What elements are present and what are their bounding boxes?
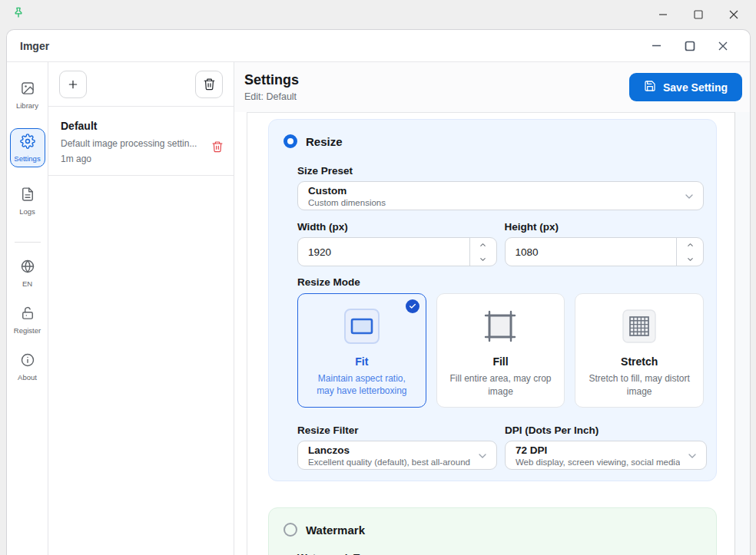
dpi-select[interactable]: 72 DPI Web display, screen viewing, soci… — [505, 441, 707, 470]
height-input[interactable] — [506, 238, 677, 266]
resize-filter-value: Lanczos — [308, 444, 470, 457]
sidebar-item-library[interactable]: Library — [10, 75, 45, 114]
page-title: Settings — [244, 72, 299, 88]
app-titlebar: Imger — [7, 30, 750, 62]
info-icon — [20, 352, 35, 371]
os-close-button[interactable] — [728, 9, 739, 20]
size-preset-description: Custom dimensions — [308, 198, 677, 208]
width-decrement-button[interactable] — [470, 252, 496, 266]
pin-icon — [11, 5, 26, 24]
settings-body: Resize Size Preset Custom Custom dimensi… — [234, 112, 750, 555]
mode-description: Maintain aspect ratio, may have letterbo… — [304, 372, 420, 398]
save-button-label: Save Setting — [663, 81, 728, 94]
watermark-type-label: Watermark Type — [297, 552, 704, 555]
delete-presets-button[interactable] — [195, 71, 223, 98]
sidebar-item-settings[interactable]: Settings — [10, 128, 45, 167]
mode-name: Fit — [304, 355, 420, 368]
mode-name: Stretch — [582, 355, 697, 368]
globe-icon — [20, 259, 35, 277]
width-stepper — [297, 237, 497, 266]
size-preset-label: Size Preset — [297, 165, 704, 177]
settings-main-panel: Settings Edit: Default Save Setting — [234, 62, 750, 555]
width-increment-button[interactable] — [470, 238, 496, 252]
sidebar-item-label: Settings — [14, 154, 40, 163]
sidebar-item-label: Logs — [19, 207, 35, 216]
desktop-frame: Imger Library Settings — [0, 0, 756, 555]
preset-description: Default image processing settin... — [61, 138, 203, 149]
size-preset-value: Custom — [308, 185, 677, 197]
presets-panel: Default Default image processing settin.… — [48, 62, 234, 555]
page-subtitle: Edit: Default — [244, 91, 299, 102]
chevron-down-icon — [683, 190, 695, 206]
sidebar-item-label: Library — [16, 101, 38, 110]
sidebar-item-label: About — [18, 373, 37, 382]
settings-scroll-region: Resize Size Preset Custom Custom dimensi… — [247, 112, 734, 555]
watermark-radio[interactable] — [284, 523, 297, 537]
sidebar-item-language[interactable]: EN — [10, 253, 45, 292]
save-icon — [644, 80, 656, 94]
fill-mode-icon — [443, 308, 559, 345]
os-minimize-button[interactable] — [658, 9, 668, 20]
stretch-mode-icon — [582, 308, 697, 345]
unlock-icon — [20, 306, 35, 324]
sidebar-divider — [15, 242, 41, 243]
chevron-down-icon — [476, 450, 489, 465]
app-window: Imger Library Settings — [6, 29, 751, 555]
sidebar-item-register[interactable]: Register — [10, 300, 45, 339]
resize-filter-select[interactable]: Lanczos Excellent quality (default), bes… — [297, 441, 497, 470]
mode-description: Stretch to fill, may distort image — [582, 372, 697, 398]
sidebar-item-logs[interactable]: Logs — [10, 181, 45, 220]
mode-card-fill[interactable]: Fill Fill entire area, may crop image — [436, 293, 565, 408]
resize-radio[interactable] — [284, 134, 297, 148]
app-maximize-button[interactable] — [684, 40, 695, 51]
resize-filter-description: Excellent quality (default), best all-ar… — [308, 458, 470, 467]
height-decrement-button[interactable] — [677, 252, 703, 266]
scrollbar-track[interactable] — [734, 112, 750, 555]
gear-icon — [20, 134, 35, 152]
delete-preset-icon[interactable] — [211, 140, 224, 156]
sidebar-item-about[interactable]: About — [10, 347, 45, 386]
os-titlebar — [0, 0, 756, 29]
resize-section-title: Resize — [306, 135, 343, 148]
watermark-section-card: Watermark Watermark Type — [268, 507, 717, 555]
sidebar-item-label: EN — [22, 279, 32, 288]
sidebar-item-label: Register — [14, 326, 41, 335]
app-close-button[interactable] — [717, 40, 728, 51]
dpi-value: 72 DPI — [516, 444, 680, 457]
chevron-down-icon — [686, 450, 698, 465]
app-title: Imger — [20, 40, 49, 52]
mode-card-fit[interactable]: Fit Maintain aspect ratio, may have lett… — [297, 293, 426, 408]
image-icon — [20, 81, 35, 99]
mode-card-stretch[interactable]: Stretch Stretch to fill, may distort ima… — [575, 293, 704, 408]
height-label: Height (px) — [505, 221, 705, 233]
sidebar: Library Settings Logs EN — [7, 62, 48, 555]
preset-title: Default — [61, 120, 203, 132]
add-preset-button[interactable] — [59, 71, 87, 98]
width-input[interactable] — [298, 238, 469, 266]
presets-toolbar — [48, 62, 234, 107]
app-minimize-button[interactable] — [651, 40, 662, 51]
height-stepper — [505, 237, 705, 266]
preset-timestamp: 1m ago — [61, 154, 203, 164]
selected-check-icon — [406, 299, 419, 313]
settings-header: Settings Edit: Default Save Setting — [234, 62, 750, 112]
dpi-description: Web display, screen viewing, social medi… — [516, 458, 680, 467]
save-setting-button[interactable]: Save Setting — [629, 73, 742, 101]
mode-name: Fill — [443, 355, 559, 368]
preset-list-item[interactable]: Default Default image processing settin.… — [48, 107, 234, 176]
resize-filter-label: Resize Filter — [297, 425, 497, 436]
app-body: Library Settings Logs EN — [7, 62, 750, 555]
resize-section-card: Resize Size Preset Custom Custom dimensi… — [268, 119, 717, 481]
watermark-section-title: Watermark — [306, 524, 365, 537]
resize-mode-label: Resize Mode — [297, 276, 704, 288]
dpi-label: DPI (Dots Per Inch) — [505, 425, 707, 436]
width-label: Width (px) — [297, 221, 497, 233]
document-icon — [20, 187, 35, 205]
size-preset-select[interactable]: Custom Custom dimensions — [297, 181, 704, 210]
mode-description: Fill entire area, may crop image — [443, 372, 559, 398]
height-increment-button[interactable] — [677, 238, 703, 252]
os-maximize-button[interactable] — [693, 9, 704, 20]
fit-mode-icon — [304, 308, 420, 345]
